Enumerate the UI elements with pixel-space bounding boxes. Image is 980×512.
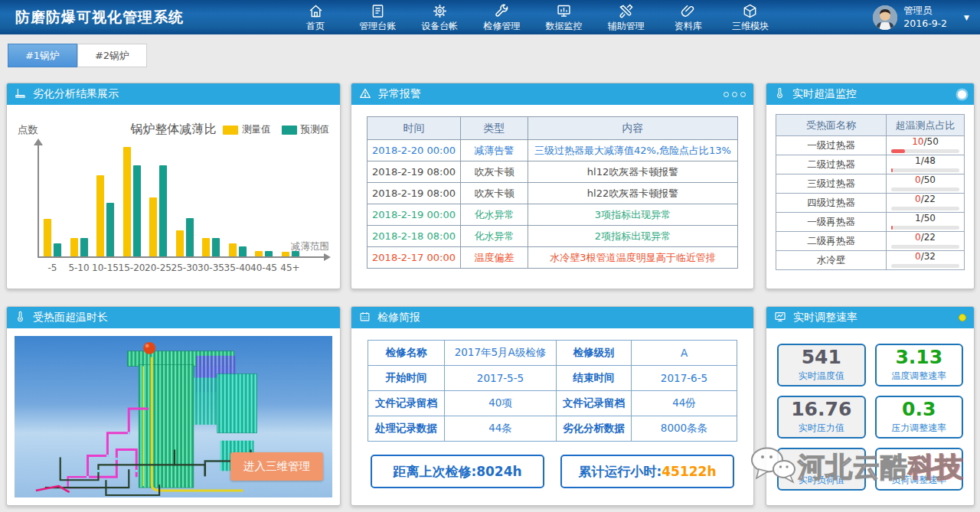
legend-swatch — [282, 126, 297, 135]
cube-icon — [742, 3, 758, 19]
rate-label: 实时负荷值 — [799, 474, 844, 487]
chart-title: 锅炉整体减薄比 — [131, 122, 217, 138]
panel-title: 异常报警 — [378, 87, 421, 101]
surface-name: 四级过热器 — [776, 194, 887, 212]
nav-item[interactable]: 数据监控 — [541, 2, 587, 33]
rate-label: 负荷调整速率 — [891, 474, 946, 487]
alarm-cell: 水冷壁3根管道温度明显高于临近管排 — [528, 247, 738, 269]
rate-value: 541 — [802, 347, 841, 367]
nav-item[interactable]: 检修管理 — [479, 2, 524, 33]
user-date: 2016-9-2 — [903, 18, 947, 31]
app-title: 防磨防爆可视化管理系统 — [0, 8, 184, 28]
overtemp-count: 0 — [915, 232, 921, 243]
nav-label: 首页 — [306, 20, 325, 33]
overtemp-total: /22 — [921, 232, 936, 243]
maintenance-value: 2017年5月A级检修 — [445, 341, 557, 366]
alarm-row: 2018-2-18 08:00化水异常2项指标出现异常 — [368, 226, 738, 247]
overtemp-total: /22 — [921, 194, 936, 204]
panel-rates-header: 实时调整速率 — [766, 307, 974, 328]
maintenance-row: 检修名称2017年5月A级检修检修级别A — [368, 341, 737, 366]
panel-title: 实时超温监控 — [792, 87, 857, 101]
thermometer-icon — [15, 311, 26, 324]
ledger-icon — [370, 3, 386, 19]
panel-alarms-header: 异常报警 — [351, 83, 753, 105]
x-axis-arrow — [324, 253, 331, 261]
x-axis — [38, 256, 325, 258]
overtemp-row: 三级过热器0/50 — [776, 174, 964, 193]
alarm-col-header: 内容 — [528, 117, 738, 140]
chart-monitor-icon — [774, 311, 786, 325]
alarm-cell: hl12吹灰器卡顿报警 — [528, 161, 738, 183]
rate-label: 压力调整速率 — [891, 422, 946, 435]
nav-label: 设备台帐 — [421, 20, 458, 33]
alarm-cell: 化水异常 — [461, 226, 528, 247]
maintenance-row: 文件记录留档40项文件记录留档44份 — [368, 391, 737, 416]
progress-fill — [891, 226, 893, 230]
progress-track — [891, 149, 959, 153]
rate-label: 温度调整速率 — [891, 370, 946, 383]
panel-status-icon[interactable] — [958, 90, 966, 99]
since-last-maintenance-button[interactable]: 距离上次检修:8024h — [371, 455, 544, 488]
alarm-table: 时间类型内容 2018-2-20 00:00减薄告警三级过热器最大减薄值42%,… — [367, 116, 738, 269]
bar-测量值-20-25 — [149, 197, 157, 256]
panel-options-icon[interactable] — [724, 92, 746, 97]
panel-maintenance-header: 检修简报 — [351, 307, 753, 328]
progress-track — [891, 226, 959, 230]
alarm-cell: 2项指标出现异常 — [528, 226, 738, 247]
alarm-row: 2018-2-20 00:00减薄告警三级过热器最大减薄值42%,危险点占比13… — [368, 140, 738, 161]
bar-预测值-35-40 — [239, 246, 247, 256]
x-tick-label: 45+ — [273, 263, 308, 273]
nav-item[interactable]: 首页 — [292, 2, 338, 33]
nav-item[interactable]: 资料库 — [665, 2, 711, 33]
home-icon — [308, 3, 324, 19]
alarm-cell: 三级过热器最大减薄值42%,危险点占比13% — [528, 140, 738, 161]
progress-track — [891, 188, 959, 191]
overtemp-total: /50 — [921, 174, 936, 185]
nav-label: 管理台账 — [359, 20, 396, 33]
alarm-row: 2018-2-19 08:00吹灰卡顿hl12吹灰器卡顿报警 — [368, 161, 738, 183]
rate-value: 3.13 — [895, 347, 942, 367]
bar-预测值-45+ — [292, 251, 299, 256]
bar-测量值-5-10 — [70, 238, 78, 256]
legend-swatch — [223, 126, 238, 135]
overtemp-row: 二级再热器0/22 — [776, 231, 964, 250]
nav-item[interactable]: 设备台帐 — [416, 2, 462, 33]
avatar — [873, 5, 897, 30]
overtemp-ratio: 0/50 — [887, 174, 964, 193]
alarm-cell: 3项指标出现异常 — [528, 204, 738, 226]
chevron-down-icon[interactable]: ▼ — [964, 14, 969, 21]
nav-item[interactable]: 管理台账 — [354, 2, 400, 33]
boiler-3d-view[interactable]: 进入三维管理 — [15, 336, 332, 497]
warning-icon — [359, 87, 371, 102]
progress-fill — [891, 149, 905, 153]
enter-3d-button[interactable]: 进入三维管理 — [230, 452, 323, 481]
rate-label: 实时温度值 — [799, 370, 844, 383]
panel-title: 劣化分析结果展示 — [33, 87, 119, 101]
nav-item[interactable]: 三维模块 — [727, 2, 773, 33]
nav-label: 数据监控 — [546, 20, 583, 33]
user-name: 管理员 — [903, 5, 947, 18]
overtemp-row: 水冷壁0/32 — [776, 250, 964, 269]
alarm-cell: 温度偏差 — [461, 247, 528, 269]
nav-item[interactable]: 辅助管理 — [603, 2, 649, 33]
panel-status-icon[interactable] — [959, 314, 966, 321]
rate-cards-grid: 541实时温度值3.13温度调整速率16.76实时压力值0.3压力调整速率实时负… — [766, 328, 974, 491]
panel-overtemp-monitor: 实时超温监控 受热面名称超温测点占比 一级过热器10/50二级过热器1/48三级… — [766, 83, 975, 289]
app-header: 防磨防爆可视化管理系统 首页管理台账设备台帐检修管理数据监控辅助管理资料库三维模… — [0, 0, 980, 34]
maintenance-label: 检修名称 — [368, 341, 445, 366]
alarm-row: 2018-2-17 00:00温度偏差水冷壁3根管道温度明显高于临近管排 — [368, 247, 738, 269]
overtemp-table: 受热面名称超温测点占比 一级过热器10/50二级过热器1/48三级过热器0/50… — [776, 114, 965, 270]
total-run-hours-button[interactable]: 累计运行小时:45122h — [560, 455, 734, 488]
rate-card: 3.13温度调整速率 — [875, 344, 964, 386]
progress-fill — [891, 168, 893, 172]
overtemp-total: /32 — [921, 251, 936, 262]
user-block[interactable]: 管理员 2016-9-2 ▼ — [873, 0, 969, 34]
alarm-cell: 化水异常 — [461, 204, 528, 226]
tab-boiler-1[interactable]: #1锅炉 — [8, 44, 77, 67]
user-info: 管理员 2016-9-2 — [903, 5, 947, 31]
nav-label: 三维模块 — [732, 20, 769, 33]
bar-测量值-30-35 — [202, 238, 210, 256]
tab-boiler-2[interactable]: #2锅炉 — [77, 44, 147, 67]
maintenance-row: 开始时间2017-5-5结束时间2017-6-5 — [368, 366, 737, 391]
surface-name: 一级过热器 — [776, 136, 887, 155]
